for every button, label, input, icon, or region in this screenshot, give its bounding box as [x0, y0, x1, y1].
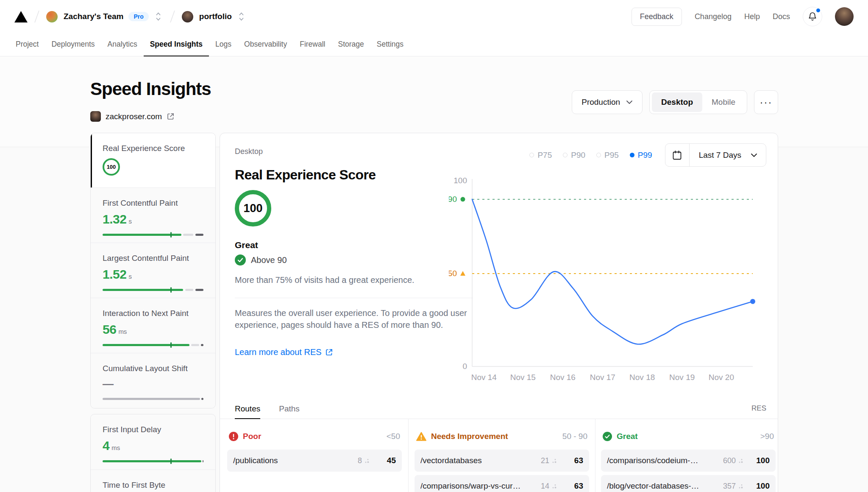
metric-label: Cumulative Layout Shift	[103, 364, 203, 373]
route-row[interactable]: /publications 8 45	[227, 450, 402, 472]
tab-routes[interactable]: Routes	[235, 399, 260, 419]
chart-controls: P75 P90 P95 P99 Last 7 Days	[529, 143, 766, 167]
notifications-button[interactable]	[803, 7, 822, 26]
percentile-label: P90	[571, 151, 585, 160]
route-row[interactable]: /comparisons/warp-vs-cur… 14 63	[415, 475, 589, 492]
route-res-value: 100	[743, 456, 770, 465]
date-range-select[interactable]: Last 7 Days	[665, 143, 766, 167]
team-switcher-chevrons-icon[interactable]	[154, 10, 163, 23]
metric-card-lcp[interactable]: Largest Contentful Paint 1.52s	[91, 243, 215, 298]
tab-firewall[interactable]: Firewall	[293, 33, 331, 56]
tab-settings[interactable]: Settings	[370, 33, 410, 56]
nav-left: Zachary's Team Pro portfolio	[14, 9, 246, 24]
panel-device-label: Desktop	[235, 147, 263, 156]
column-divider	[408, 419, 409, 492]
metric-progress-bar	[103, 234, 203, 236]
nav-link-docs[interactable]: Docs	[773, 12, 790, 21]
verdict-label: Great	[235, 240, 258, 250]
percentile-p99[interactable]: P99	[630, 151, 652, 160]
device-desktop-segment[interactable]: Desktop	[652, 92, 702, 112]
panel-heading: Real Experience Score	[235, 167, 376, 183]
feedback-button[interactable]: Feedback	[632, 8, 682, 26]
top-navbar: Zachary's Team Pro portfolio Feedback Ch…	[0, 0, 868, 33]
metric-label: Time to First Byte	[103, 481, 203, 490]
column-range: >90	[760, 432, 774, 441]
notification-dot	[815, 8, 821, 13]
metric-card-fcp[interactable]: First Contentful Paint 1.32s	[91, 187, 215, 243]
summary-text: More than 75% of visits had a great expe…	[235, 275, 472, 285]
domain-text: zackproser.com	[106, 112, 162, 121]
column-header: Poor <50	[229, 429, 400, 444]
error-circle-icon	[229, 432, 238, 441]
divider	[235, 298, 473, 298]
warning-triangle-icon	[416, 432, 426, 441]
page-controls: Production Desktop Mobile ···	[572, 90, 778, 114]
nav-right: Feedback Changelog Help Docs	[632, 7, 854, 26]
svg-text:50: 50	[449, 269, 457, 278]
route-name: /comparisons/warp-vs-cur…	[420, 481, 521, 491]
route-name: /blog/vector-databases-…	[607, 481, 699, 491]
route-count: 21	[541, 456, 557, 465]
tab-analytics[interactable]: Analytics	[101, 33, 144, 56]
metric-card-res[interactable]: Real Experience Score 100	[91, 133, 215, 187]
res-score-ring: 100	[235, 190, 271, 226]
nav-link-help[interactable]: Help	[744, 12, 760, 21]
tab-logs[interactable]: Logs	[209, 33, 238, 56]
project-avatar	[182, 11, 193, 22]
svg-text:Nov 18: Nov 18	[629, 373, 655, 382]
svg-text:Nov 19: Nov 19	[669, 373, 695, 382]
metric-card-inp[interactable]: Interaction to Next Paint 56ms	[91, 298, 215, 353]
percentile-label: P99	[638, 151, 652, 160]
radio-icon	[563, 153, 568, 157]
learn-more-link[interactable]: Learn more about RES	[235, 347, 333, 357]
route-count: 600	[723, 456, 743, 465]
column-name: Great	[617, 432, 638, 441]
more-actions-button[interactable]: ···	[754, 90, 778, 114]
tab-project[interactable]: Project	[9, 33, 45, 56]
team-name[interactable]: Zachary's Team	[64, 12, 123, 21]
metric-progress-bar	[103, 344, 203, 346]
verdict-detail-row: Above 90	[235, 254, 287, 266]
team-avatar	[46, 11, 58, 22]
radio-icon	[596, 153, 601, 157]
breadcrumb-slash-icon	[168, 9, 177, 24]
percentile-selector: P75 P90 P95 P99	[529, 151, 652, 160]
vercel-logo-icon[interactable]	[14, 11, 28, 22]
external-link-icon	[325, 348, 333, 356]
metric-card-ttfb[interactable]: Time to First Byte	[91, 470, 215, 492]
legacy-metrics-group: First Input Delay 4ms Time to First Byte	[90, 414, 216, 492]
svg-text:Nov 15: Nov 15	[510, 373, 536, 382]
environment-select[interactable]: Production	[572, 90, 643, 114]
description-text: Measures the overall user experience. To…	[235, 307, 479, 331]
project-name[interactable]: portfolio	[199, 12, 232, 21]
check-circle-icon	[603, 432, 612, 441]
device-toggle: Desktop Mobile	[649, 90, 747, 114]
metric-card-cls[interactable]: Cumulative Layout Shift —	[91, 353, 215, 408]
plan-badge: Pro	[128, 12, 148, 21]
datapoints-icon	[364, 458, 370, 464]
percentile-p90[interactable]: P90	[563, 151, 585, 160]
nav-link-changelog[interactable]: Changelog	[695, 12, 732, 21]
metric-progress-bar	[103, 289, 203, 291]
route-row[interactable]: /vectordatabases 21 63	[415, 450, 589, 472]
metric-card-fid[interactable]: First Input Delay 4ms	[91, 414, 215, 470]
tab-deployments[interactable]: Deployments	[45, 33, 101, 56]
route-row[interactable]: /blog/vector-databases-… 357 100	[601, 475, 776, 492]
user-avatar[interactable]	[835, 7, 854, 26]
tab-paths[interactable]: Paths	[279, 399, 300, 419]
project-switcher-chevrons-icon[interactable]	[237, 10, 246, 23]
tab-storage[interactable]: Storage	[332, 33, 370, 56]
column-header: Great >90	[603, 429, 774, 444]
percentile-p75[interactable]: P75	[529, 151, 552, 160]
tab-speed-insights[interactable]: Speed Insights	[144, 33, 209, 56]
percentile-p95[interactable]: P95	[596, 151, 619, 160]
tab-observability[interactable]: Observability	[238, 33, 293, 56]
percentile-label: P95	[604, 151, 619, 160]
metric-value: —	[103, 377, 114, 391]
metric-progress-bar	[103, 460, 203, 462]
route-row[interactable]: /comparisons/codeium-… 600 100	[601, 450, 776, 472]
metric-unit: ms	[111, 444, 120, 451]
device-mobile-segment[interactable]: Mobile	[702, 92, 745, 112]
svg-text:Nov 17: Nov 17	[590, 373, 615, 382]
domain-link[interactable]: zackproser.com	[90, 111, 175, 122]
